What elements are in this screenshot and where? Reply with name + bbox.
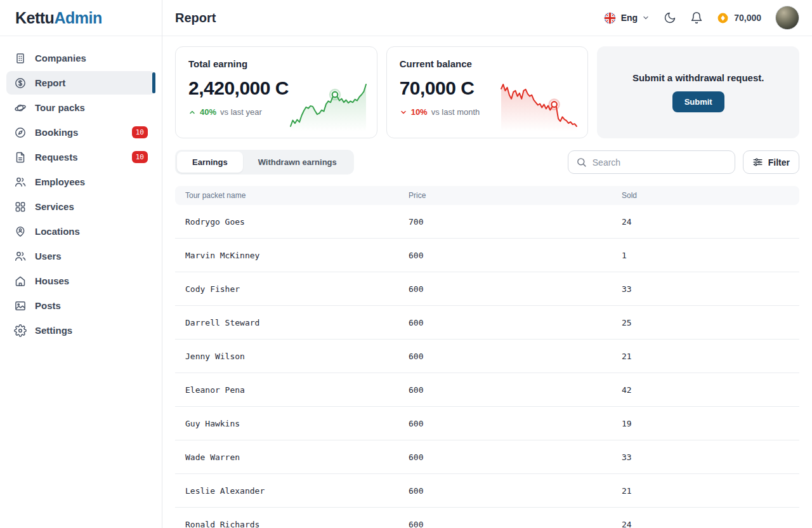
grid-icon (14, 201, 27, 213)
table-row[interactable]: Jenny Wilson60021 (175, 340, 799, 373)
table-cell: 19 (612, 419, 799, 428)
count-badge: 10 (132, 126, 148, 138)
withdrawal-card: Submit a withdrawal request. Submit (597, 46, 799, 138)
sidebar-item-posts[interactable]: Posts (6, 294, 155, 317)
sidebar-item-settings[interactable]: Settings (6, 319, 155, 342)
delta-percent: 40% (200, 107, 216, 117)
table-body: Rodrygo Goes70024Marvin McKinney6001Cody… (175, 205, 799, 528)
sidebar-item-label: Posts (35, 300, 61, 311)
table-row[interactable]: Marvin McKinney6001 (175, 239, 799, 272)
table-cell: 600 (398, 419, 612, 428)
user-avatar[interactable] (775, 6, 799, 30)
table-row[interactable]: Wade Warren60033 (175, 440, 799, 474)
table-cell: 25 (612, 318, 799, 327)
topbar: Report Eng (162, 0, 812, 36)
table-cell: 700 (398, 217, 612, 227)
earning-sparkline (289, 78, 368, 131)
brand-logo-text: KettuAdmin (15, 9, 102, 27)
table-cell: 600 (398, 352, 612, 361)
table-cell: Leslie Alexander (175, 486, 398, 496)
people-icon (14, 250, 27, 263)
withdrawal-message: Submit a withdrawal request. (632, 72, 764, 83)
submit-withdrawal-button[interactable]: Submit (672, 91, 724, 112)
table-cell: 600 (398, 284, 612, 294)
moon-icon (664, 11, 676, 24)
table-row[interactable]: Leslie Alexander60021 (175, 474, 799, 508)
delta-percent: 10% (411, 107, 428, 117)
table-cell: 33 (612, 452, 799, 462)
bell-icon (690, 11, 703, 24)
sidebar-item-label: Employees (35, 176, 85, 187)
sidebar-item-locations[interactable]: Locations (6, 220, 155, 243)
total-earning-card: Total earning 2,420,000 C 40% vs last ye… (175, 46, 377, 138)
sidebar-item-tour-packs[interactable]: Tour packs (6, 96, 155, 119)
tab-earnings[interactable]: Earnings (177, 152, 243, 173)
current-balance-card: Current balance 70,000 C 10% vs last mon… (386, 46, 589, 138)
column-header: Price (398, 191, 612, 200)
table-cell: Darrell Steward (175, 318, 398, 327)
table-row[interactable]: Ronald Richards60024 (175, 508, 799, 528)
delta-note: vs last year (220, 107, 262, 117)
table-cell: 600 (398, 452, 612, 462)
sidebar-item-report[interactable]: Report (6, 71, 155, 95)
table-cell: 600 (398, 318, 612, 327)
sidebar-item-bookings[interactable]: Bookings 10 (6, 121, 155, 144)
notifications-button[interactable] (690, 11, 703, 24)
dark-mode-toggle[interactable] (664, 11, 676, 24)
sidebar-item-users[interactable]: Users (6, 244, 155, 268)
compass-icon (14, 126, 27, 139)
card-title: Total earning (188, 58, 364, 69)
table-cell: 1 (612, 251, 799, 260)
sidebar-nav: Companies Report Tour packs Bookings 10 … (0, 36, 162, 342)
sidebar-item-label: Tour packs (35, 102, 85, 113)
sidebar-item-label: Requests (35, 152, 78, 162)
sidebar-item-label: Houses (35, 275, 69, 286)
column-header: Sold (612, 191, 799, 200)
sidebar-item-employees[interactable]: Employees (6, 170, 155, 194)
filter-button[interactable]: Filter (743, 150, 799, 174)
stat-cards: Total earning 2,420,000 C 40% vs last ye… (175, 46, 799, 138)
sidebar-item-label: Locations (35, 226, 80, 237)
table-cell: 600 (398, 486, 612, 496)
sidebar-item-houses[interactable]: Houses (6, 269, 155, 293)
table-row[interactable]: Darrell Steward60025 (175, 306, 799, 340)
search-icon (576, 157, 587, 168)
sidebar-item-requests[interactable]: Requests 10 (6, 145, 155, 169)
sidebar-item-label: Users (35, 251, 62, 261)
chevron-up-icon (188, 109, 196, 116)
column-header: Tour packet name (175, 191, 398, 200)
earnings-tabs: EarningsWithdrawn earnings (175, 150, 354, 175)
document-icon (14, 151, 27, 164)
sidebar-item-label: Settings (35, 325, 72, 336)
image-icon (14, 300, 27, 312)
table-row[interactable]: Guy Hawkins60019 (175, 407, 799, 440)
table-cell: 21 (612, 352, 799, 361)
table-row[interactable]: Cody Fisher60033 (175, 272, 799, 306)
table-cell: Eleanor Pena (175, 385, 398, 395)
table-cell: 24 (612, 520, 799, 528)
balance-sparkline (499, 78, 579, 131)
tab-withdrawn-earnings[interactable]: Withdrawn earnings (243, 152, 352, 173)
table-cell: 600 (398, 520, 612, 528)
sidebar-item-companies[interactable]: Companies (6, 46, 155, 70)
sidebar-item-services[interactable]: Services (6, 195, 155, 218)
table-row[interactable]: Eleanor Pena60042 (175, 373, 799, 407)
count-badge: 10 (132, 151, 148, 163)
dollar-circle-icon (14, 77, 27, 89)
planet-icon (14, 102, 27, 114)
table-row[interactable]: Rodrygo Goes70024 (175, 205, 799, 239)
language-label: Eng (621, 13, 638, 23)
gear-icon (14, 324, 27, 337)
coin-balance[interactable]: 70,000 (717, 12, 761, 24)
language-selector[interactable]: Eng (603, 11, 650, 25)
coin-icon (717, 12, 729, 24)
table-cell: 24 (612, 217, 799, 227)
table-cell: Wade Warren (175, 452, 398, 462)
chevron-down-icon (642, 14, 650, 22)
search-box[interactable] (568, 150, 735, 174)
earnings-table: Tour packet namePriceSold Rodrygo Goes70… (175, 186, 799, 528)
table-cell: 600 (398, 385, 612, 395)
table-cell: 33 (612, 284, 799, 294)
delta-note: vs last month (431, 107, 480, 117)
search-input[interactable] (593, 157, 727, 168)
